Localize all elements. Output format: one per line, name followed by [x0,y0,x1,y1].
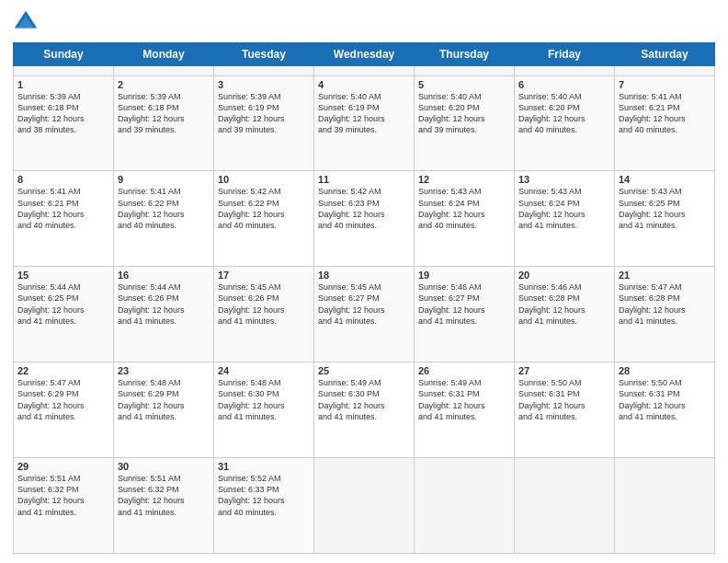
day-number: 19 [418,270,510,281]
day-number: 15 [17,270,109,281]
logo [13,9,42,35]
day-number: 1 [17,79,109,90]
day-header-wednesday: Wednesday [314,43,415,66]
calendar-cell [515,458,615,554]
calendar-cell: 17Sunrise: 5:45 AM Sunset: 6:26 PM Dayli… [214,267,314,362]
day-info: Sunrise: 5:41 AM Sunset: 6:22 PM Dayligh… [118,186,210,231]
calendar-week-4: 22Sunrise: 5:47 AM Sunset: 6:29 PM Dayli… [14,362,715,458]
calendar-cell: 5Sunrise: 5:40 AM Sunset: 6:20 PM Daylig… [415,75,515,171]
day-number: 25 [318,365,410,376]
day-info: Sunrise: 5:42 AM Sunset: 6:23 PM Dayligh… [318,186,410,231]
calendar-cell: 25Sunrise: 5:49 AM Sunset: 6:30 PM Dayli… [314,362,415,458]
calendar-cell: 27Sunrise: 5:50 AM Sunset: 6:31 PM Dayli… [515,362,615,458]
day-info: Sunrise: 5:50 AM Sunset: 6:31 PM Dayligh… [619,377,711,422]
day-header-tuesday: Tuesday [214,43,314,66]
calendar-cell: 18Sunrise: 5:45 AM Sunset: 6:27 PM Dayli… [314,267,415,362]
calendar-cell: 16Sunrise: 5:44 AM Sunset: 6:26 PM Dayli… [114,267,214,362]
day-info: Sunrise: 5:47 AM Sunset: 6:28 PM Dayligh… [619,282,711,327]
day-header-sunday: Sunday [14,43,114,66]
day-number: 13 [518,174,610,185]
day-header-monday: Monday [114,43,214,66]
day-info: Sunrise: 5:45 AM Sunset: 6:26 PM Dayligh… [218,282,310,327]
calendar-cell: 1Sunrise: 5:39 AM Sunset: 6:18 PM Daylig… [14,75,114,171]
day-info: Sunrise: 5:40 AM Sunset: 6:20 PM Dayligh… [518,91,610,136]
day-info: Sunrise: 5:43 AM Sunset: 6:24 PM Dayligh… [418,186,510,231]
calendar-cell: 31Sunrise: 5:52 AM Sunset: 6:33 PM Dayli… [214,458,314,554]
day-number: 14 [619,174,711,185]
header [13,9,715,35]
day-number: 6 [518,79,610,90]
day-info: Sunrise: 5:51 AM Sunset: 6:32 PM Dayligh… [118,473,210,518]
calendar-cell: 15Sunrise: 5:44 AM Sunset: 6:25 PM Dayli… [14,267,114,362]
day-number: 12 [418,174,510,185]
calendar-week-1: 1Sunrise: 5:39 AM Sunset: 6:18 PM Daylig… [14,75,715,171]
calendar-cell [415,66,515,76]
calendar-cell: 29Sunrise: 5:51 AM Sunset: 6:32 PM Dayli… [14,458,114,554]
day-number: 9 [118,174,210,185]
calendar-cell: 3Sunrise: 5:39 AM Sunset: 6:19 PM Daylig… [214,75,314,171]
calendar-cell: 2Sunrise: 5:39 AM Sunset: 6:18 PM Daylig… [114,75,214,171]
day-info: Sunrise: 5:39 AM Sunset: 6:18 PM Dayligh… [118,91,210,136]
calendar-cell [314,458,415,554]
calendar-cell: 30Sunrise: 5:51 AM Sunset: 6:32 PM Dayli… [114,458,214,554]
day-info: Sunrise: 5:40 AM Sunset: 6:19 PM Dayligh… [318,91,410,136]
calendar-cell: 9Sunrise: 5:41 AM Sunset: 6:22 PM Daylig… [114,171,214,267]
day-number: 31 [218,461,310,472]
calendar-cell: 19Sunrise: 5:46 AM Sunset: 6:27 PM Dayli… [415,267,515,362]
calendar-cell: 13Sunrise: 5:43 AM Sunset: 6:24 PM Dayli… [515,171,615,267]
day-info: Sunrise: 5:44 AM Sunset: 6:26 PM Dayligh… [118,282,210,327]
calendar-cell: 14Sunrise: 5:43 AM Sunset: 6:25 PM Dayli… [615,171,715,267]
calendar-week-0 [14,66,715,76]
day-info: Sunrise: 5:46 AM Sunset: 6:27 PM Dayligh… [418,282,510,327]
calendar-cell: 11Sunrise: 5:42 AM Sunset: 6:23 PM Dayli… [314,171,415,267]
calendar-cell: 24Sunrise: 5:48 AM Sunset: 6:30 PM Dayli… [214,362,314,458]
calendar-cell [515,66,615,76]
day-info: Sunrise: 5:49 AM Sunset: 6:31 PM Dayligh… [418,377,510,422]
calendar-header-row: SundayMondayTuesdayWednesdayThursdayFrid… [14,43,715,66]
day-number: 27 [518,365,610,376]
day-number: 16 [118,270,210,281]
day-number: 26 [418,365,510,376]
day-number: 18 [318,270,410,281]
day-number: 24 [218,365,310,376]
day-info: Sunrise: 5:48 AM Sunset: 6:29 PM Dayligh… [118,377,210,422]
calendar-cell [214,66,314,76]
day-number: 3 [218,79,310,90]
day-header-thursday: Thursday [415,43,515,66]
day-number: 4 [318,79,410,90]
calendar-cell [114,66,214,76]
day-number: 17 [218,270,310,281]
day-info: Sunrise: 5:39 AM Sunset: 6:19 PM Dayligh… [218,91,310,136]
calendar-cell: 4Sunrise: 5:40 AM Sunset: 6:19 PM Daylig… [314,75,415,171]
calendar-week-5: 29Sunrise: 5:51 AM Sunset: 6:32 PM Dayli… [14,458,715,554]
calendar-cell [615,458,715,554]
day-info: Sunrise: 5:43 AM Sunset: 6:25 PM Dayligh… [619,186,711,231]
day-info: Sunrise: 5:46 AM Sunset: 6:28 PM Dayligh… [518,282,610,327]
day-number: 2 [118,79,210,90]
day-info: Sunrise: 5:47 AM Sunset: 6:29 PM Dayligh… [17,377,109,422]
calendar-cell: 26Sunrise: 5:49 AM Sunset: 6:31 PM Dayli… [415,362,515,458]
day-number: 23 [118,365,210,376]
day-info: Sunrise: 5:39 AM Sunset: 6:18 PM Dayligh… [17,91,109,136]
calendar-cell: 28Sunrise: 5:50 AM Sunset: 6:31 PM Dayli… [615,362,715,458]
day-info: Sunrise: 5:43 AM Sunset: 6:24 PM Dayligh… [518,186,610,231]
calendar-cell: 20Sunrise: 5:46 AM Sunset: 6:28 PM Dayli… [515,267,615,362]
logo-icon [13,9,39,35]
calendar-cell [314,66,415,76]
calendar-cell [615,66,715,76]
calendar-week-3: 15Sunrise: 5:44 AM Sunset: 6:25 PM Dayli… [14,267,715,362]
calendar-cell: 21Sunrise: 5:47 AM Sunset: 6:28 PM Dayli… [615,267,715,362]
day-number: 30 [118,461,210,472]
page: SundayMondayTuesdayWednesdayThursdayFrid… [0,0,728,563]
day-info: Sunrise: 5:41 AM Sunset: 6:21 PM Dayligh… [619,91,711,136]
day-number: 20 [518,270,610,281]
calendar-cell: 7Sunrise: 5:41 AM Sunset: 6:21 PM Daylig… [615,75,715,171]
calendar-cell [14,66,114,76]
day-info: Sunrise: 5:48 AM Sunset: 6:30 PM Dayligh… [218,377,310,422]
calendar-cell: 23Sunrise: 5:48 AM Sunset: 6:29 PM Dayli… [114,362,214,458]
day-info: Sunrise: 5:41 AM Sunset: 6:21 PM Dayligh… [17,186,109,231]
day-number: 28 [619,365,711,376]
calendar-table: SundayMondayTuesdayWednesdayThursdayFrid… [13,42,715,554]
day-info: Sunrise: 5:40 AM Sunset: 6:20 PM Dayligh… [418,91,510,136]
day-number: 21 [619,270,711,281]
